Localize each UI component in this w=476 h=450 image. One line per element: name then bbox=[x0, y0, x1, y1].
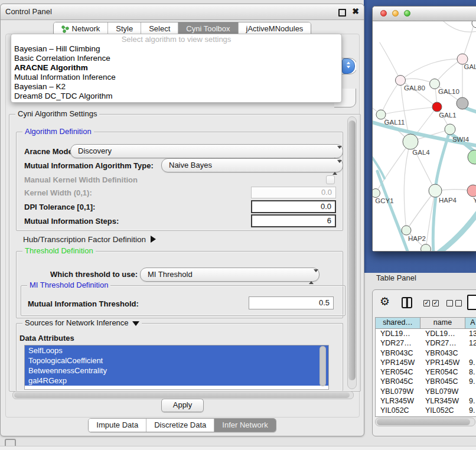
table-horizontal-scrollbar[interactable] bbox=[375, 418, 475, 426]
network-node-gal4[interactable] bbox=[403, 134, 418, 149]
manual-kernel-checkbox[interactable] bbox=[326, 175, 335, 184]
table-cell[interactable]: YDL19… bbox=[376, 329, 420, 338]
table-hscroll-thumb[interactable] bbox=[377, 419, 470, 425]
algorithm-option-aracne-algorithm[interactable]: ARACNE Algorithm bbox=[11, 63, 341, 73]
network-node-salmon-right[interactable] bbox=[467, 185, 476, 197]
tab-impute-data[interactable]: Impute Data bbox=[89, 419, 146, 432]
algorithm-option-basic-correlation-inference[interactable]: Basic Correlation Inference bbox=[11, 54, 341, 63]
column-header-name[interactable]: name bbox=[420, 318, 465, 328]
mi-steps-field[interactable]: 6 bbox=[251, 214, 336, 227]
table-cell[interactable]: YPR145W bbox=[376, 358, 420, 367]
network-node-swi4[interactable] bbox=[445, 124, 455, 135]
network-node-gal80[interactable] bbox=[396, 76, 406, 86]
network-node-hap4[interactable] bbox=[429, 184, 442, 197]
table-cell[interactable]: YBR045C bbox=[376, 377, 420, 386]
table-cell[interactable]: YBL079W bbox=[376, 387, 420, 396]
table-cell[interactable]: YBR045C bbox=[420, 377, 465, 386]
aracne-mode-combo[interactable]: Discovery bbox=[70, 144, 343, 158]
table-cell[interactable]: YBR043C bbox=[376, 348, 420, 358]
close-traffic-light[interactable] bbox=[380, 10, 387, 17]
zoom-traffic-light[interactable] bbox=[404, 10, 410, 17]
table-cell[interactable]: YDR27… bbox=[420, 338, 465, 348]
table-cell[interactable]: 13 bbox=[465, 329, 476, 338]
hub-factor-expander[interactable]: Hub/Transcription Factor Definition bbox=[23, 235, 156, 244]
table-cell[interactable]: 9. bbox=[465, 396, 476, 406]
network-node-corner-top[interactable] bbox=[472, 21, 476, 28]
table-row[interactable]: YER054CYER054C8. bbox=[376, 367, 476, 377]
network-node-hap2[interactable] bbox=[402, 226, 411, 235]
dpi-tolerance-field[interactable]: 0.0 bbox=[251, 200, 336, 213]
sources-group-title[interactable]: Sources for Network Inference bbox=[22, 318, 142, 327]
table-cell[interactable]: YDR27… bbox=[376, 338, 420, 348]
table-cell[interactable]: YBL079W bbox=[420, 387, 465, 396]
table-cell[interactable]: YLR345W bbox=[376, 396, 420, 406]
minimize-traffic-light[interactable] bbox=[392, 10, 399, 17]
settings-vscroll-thumb[interactable] bbox=[348, 120, 356, 380]
data-attribute-selfloops[interactable]: SelfLoops bbox=[25, 345, 328, 356]
checked-columns-icon[interactable]: ✓✓ bbox=[423, 300, 439, 306]
table-row[interactable]: YDR27…YDR27…12 bbox=[376, 338, 476, 348]
column-header-a[interactable]: A bbox=[465, 318, 476, 328]
data-attribute-topologicalcoefficient[interactable]: TopologicalCoefficient bbox=[25, 356, 328, 366]
network-node-bottom-node[interactable] bbox=[421, 244, 431, 252]
algorithm-option-mutual-information-inference[interactable]: Mutual Information Inference bbox=[11, 73, 341, 82]
table-row[interactable]: YBR043CYBR043C bbox=[376, 348, 476, 358]
network-node-gal10[interactable] bbox=[430, 79, 440, 89]
table-cell[interactable]: YIL052C bbox=[420, 406, 465, 415]
data-attribute-gal4rgexp[interactable]: gal4RGexp bbox=[25, 376, 328, 386]
network-canvas[interactable]: GAL80GAL10GAL1GAL11SWI4GAL4GALGCY1HAP4YH… bbox=[373, 21, 476, 251]
data-attributes-list[interactable]: SelfLoopsTopologicalCoefficientBetweenne… bbox=[24, 345, 329, 390]
algorithm-option-bayesian-k2[interactable]: Bayesian – K2 bbox=[11, 82, 341, 92]
table-cell[interactable]: YER054C bbox=[376, 367, 420, 377]
table-cell[interactable]: YBR043C bbox=[420, 348, 465, 358]
which-threshold-combo[interactable]: MI Threshold bbox=[140, 268, 319, 282]
data-attribute-betweennesscentrality[interactable]: BetweennessCentrality bbox=[25, 366, 328, 376]
algorithm-option-bayesian-hill-climbing[interactable]: Bayesian – Hill Climbing bbox=[11, 44, 341, 54]
float-window-icon[interactable] bbox=[338, 9, 346, 17]
table-row[interactable]: YPR145WYPR145W9. bbox=[376, 358, 476, 367]
unchecked-columns-icon[interactable] bbox=[446, 300, 462, 306]
table-cell[interactable]: YPR145W bbox=[420, 358, 465, 367]
control-panel-titlebar[interactable]: Control Panel ✖ bbox=[1, 4, 364, 20]
table-cell[interactable]: 8. bbox=[465, 367, 476, 377]
table-row[interactable]: YBR045CYBR045C9. bbox=[376, 377, 476, 386]
settings-horizontal-scrollbar[interactable] bbox=[12, 391, 354, 399]
split-view-icon[interactable] bbox=[402, 297, 412, 308]
table-cell[interactable]: YDL19… bbox=[420, 329, 465, 338]
table-cell[interactable]: YIL052C bbox=[376, 406, 420, 415]
table-cell[interactable]: 9. bbox=[465, 358, 476, 367]
network-window-titlebar[interactable] bbox=[373, 6, 476, 21]
network-node-gal11[interactable] bbox=[376, 110, 386, 119]
settings-vertical-scrollbar[interactable] bbox=[347, 116, 357, 389]
network-node-green-right[interactable] bbox=[468, 150, 476, 164]
kernel-width-field[interactable]: 0.0 bbox=[251, 187, 336, 198]
table-cell[interactable]: YLR345W bbox=[420, 396, 465, 406]
column-header-shared[interactable]: shared… bbox=[376, 318, 420, 328]
network-node-gal1[interactable] bbox=[432, 102, 442, 112]
table-cell[interactable] bbox=[465, 348, 476, 358]
gear-icon[interactable]: ⚙ bbox=[380, 295, 390, 308]
apply-button[interactable]: Apply bbox=[161, 399, 204, 412]
close-icon[interactable]: ✖ bbox=[352, 6, 359, 16]
network-node-gcy1[interactable] bbox=[373, 189, 380, 198]
table-cell[interactable] bbox=[465, 387, 476, 396]
tab-infer-network[interactable]: Infer Network bbox=[214, 419, 275, 432]
table-cell[interactable]: 12 bbox=[465, 338, 476, 348]
table-row[interactable]: YIL052CYIL052C9. bbox=[376, 406, 476, 415]
table-row[interactable]: YBL079WYBL079W bbox=[376, 387, 476, 396]
tab-discretize-data[interactable]: Discretize Data bbox=[146, 419, 214, 432]
mi-threshold-field[interactable]: 0.5 bbox=[249, 296, 334, 309]
table-cell[interactable]: 9. bbox=[465, 377, 476, 386]
new-column-icon[interactable] bbox=[467, 295, 476, 310]
table-cell[interactable]: YER054C bbox=[420, 367, 465, 377]
table-row[interactable]: YLR345WYLR345W9. bbox=[376, 396, 476, 406]
table-cell[interactable]: 9. bbox=[465, 406, 476, 415]
algorithm-option-dream8-dc-tdc-algorithm[interactable]: Dream8 DC_TDC Algorithm bbox=[11, 92, 341, 101]
attribute-list-scrollbar[interactable] bbox=[319, 346, 326, 386]
settings-hscroll-thumb[interactable] bbox=[14, 392, 350, 398]
inference-algorithm-combo-partial[interactable] bbox=[341, 58, 356, 74]
mi-type-combo[interactable]: Naive Bayes bbox=[161, 158, 343, 172]
network-edge bbox=[381, 80, 400, 115]
table-row[interactable]: YDL19…YDL19…13 bbox=[376, 329, 476, 338]
network-node-hub-gray[interactable] bbox=[457, 97, 468, 109]
